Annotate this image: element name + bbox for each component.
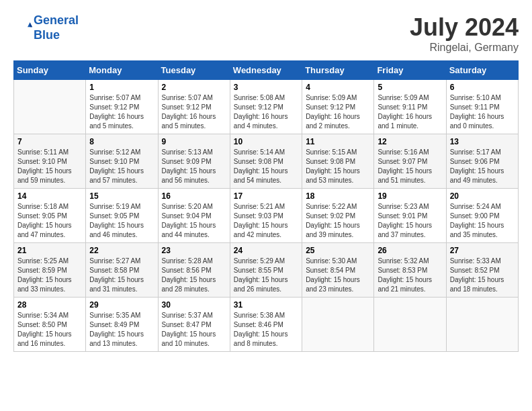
day-info: Sunrise: 5:34 AM Sunset: 8:50 PM Dayligh…: [17, 311, 82, 349]
day-number: 13: [450, 137, 515, 146]
calendar-cell: 7Sunrise: 5:11 AM Sunset: 9:10 PM Daylig…: [14, 134, 86, 189]
day-number: 27: [450, 246, 515, 255]
day-info: Sunrise: 5:32 AM Sunset: 8:53 PM Dayligh…: [378, 257, 442, 294]
calendar-cell: [14, 80, 86, 134]
day-info: Sunrise: 5:28 AM Sunset: 8:56 PM Dayligh…: [162, 257, 226, 294]
calendar-cell: 21Sunrise: 5:25 AM Sunset: 8:59 PM Dayli…: [14, 243, 86, 298]
calendar-cell: 10Sunrise: 5:14 AM Sunset: 9:08 PM Dayli…: [230, 134, 302, 189]
calendar-week-row: 21Sunrise: 5:25 AM Sunset: 8:59 PM Dayli…: [14, 243, 519, 298]
calendar-cell: 3Sunrise: 5:08 AM Sunset: 9:12 PM Daylig…: [230, 80, 302, 134]
day-number: 17: [234, 191, 298, 201]
day-info: Sunrise: 5:25 AM Sunset: 8:59 PM Dayligh…: [17, 257, 82, 294]
day-number: 30: [162, 300, 226, 310]
calendar-cell: 14Sunrise: 5:18 AM Sunset: 9:05 PM Dayli…: [14, 189, 86, 243]
page-header: General Blue July 2024 Ringelai, Germany: [13, 13, 519, 54]
calendar-cell: 28Sunrise: 5:34 AM Sunset: 8:50 PM Dayli…: [14, 298, 86, 352]
day-number: 1: [89, 83, 154, 92]
weekday-header: Thursday: [302, 61, 374, 80]
calendar-cell: [374, 298, 446, 352]
day-info: Sunrise: 5:27 AM Sunset: 8:58 PM Dayligh…: [89, 257, 154, 294]
calendar-cell: 20Sunrise: 5:24 AM Sunset: 9:00 PM Dayli…: [446, 189, 518, 243]
calendar-cell: 15Sunrise: 5:19 AM Sunset: 9:05 PM Dayli…: [86, 189, 158, 243]
day-info: Sunrise: 5:14 AM Sunset: 9:08 PM Dayligh…: [234, 148, 298, 185]
day-number: 29: [89, 300, 154, 310]
calendar-cell: 8Sunrise: 5:12 AM Sunset: 9:10 PM Daylig…: [86, 134, 158, 189]
calendar-cell: [446, 298, 518, 352]
day-info: Sunrise: 5:17 AM Sunset: 9:06 PM Dayligh…: [450, 148, 515, 185]
location-title: Ringelai, Germany: [410, 42, 519, 54]
day-number: 8: [89, 137, 154, 146]
calendar-cell: 4Sunrise: 5:09 AM Sunset: 9:12 PM Daylig…: [302, 80, 374, 134]
calendar-week-row: 7Sunrise: 5:11 AM Sunset: 9:10 PM Daylig…: [14, 134, 519, 189]
calendar-cell: 26Sunrise: 5:32 AM Sunset: 8:53 PM Dayli…: [374, 243, 446, 298]
calendar-week-row: 1Sunrise: 5:07 AM Sunset: 9:12 PM Daylig…: [14, 80, 519, 134]
title-block: July 2024 Ringelai, Germany: [410, 13, 519, 54]
day-number: 26: [378, 246, 442, 255]
calendar-cell: 29Sunrise: 5:35 AM Sunset: 8:49 PM Dayli…: [86, 298, 158, 352]
day-number: 10: [234, 137, 298, 146]
day-number: 5: [378, 83, 442, 92]
calendar-cell: 24Sunrise: 5:29 AM Sunset: 8:55 PM Dayli…: [230, 243, 302, 298]
day-number: 14: [17, 191, 82, 201]
day-info: Sunrise: 5:10 AM Sunset: 9:11 PM Dayligh…: [450, 93, 515, 131]
day-info: Sunrise: 5:20 AM Sunset: 9:04 PM Dayligh…: [162, 202, 226, 240]
weekday-header: Wednesday: [230, 61, 302, 80]
weekday-header: Sunday: [14, 61, 86, 80]
day-number: 23: [162, 246, 226, 255]
day-number: 20: [450, 191, 515, 201]
calendar-cell: 17Sunrise: 5:21 AM Sunset: 9:03 PM Dayli…: [230, 189, 302, 243]
day-number: 2: [162, 83, 226, 92]
day-number: 9: [162, 137, 226, 146]
day-info: Sunrise: 5:22 AM Sunset: 9:02 PM Dayligh…: [306, 202, 370, 240]
day-info: Sunrise: 5:07 AM Sunset: 9:12 PM Dayligh…: [89, 93, 154, 131]
calendar-header-row: SundayMondayTuesdayWednesdayThursdayFrid…: [14, 61, 519, 80]
calendar-cell: 25Sunrise: 5:30 AM Sunset: 8:54 PM Dayli…: [302, 243, 374, 298]
day-info: Sunrise: 5:38 AM Sunset: 8:46 PM Dayligh…: [234, 311, 298, 349]
day-number: 4: [306, 83, 370, 92]
logo-line1: General: [34, 13, 79, 27]
day-number: 12: [378, 137, 442, 146]
calendar-cell: 11Sunrise: 5:15 AM Sunset: 9:08 PM Dayli…: [302, 134, 374, 189]
day-info: Sunrise: 5:16 AM Sunset: 9:07 PM Dayligh…: [378, 148, 442, 185]
day-info: Sunrise: 5:35 AM Sunset: 8:49 PM Dayligh…: [89, 311, 154, 349]
day-info: Sunrise: 5:08 AM Sunset: 9:12 PM Dayligh…: [234, 93, 298, 131]
weekday-header: Tuesday: [158, 61, 230, 80]
day-number: 18: [306, 191, 370, 201]
logo-text: General Blue: [34, 13, 79, 42]
calendar-table: SundayMondayTuesdayWednesdayThursdayFrid…: [13, 60, 519, 352]
calendar-cell: 31Sunrise: 5:38 AM Sunset: 8:46 PM Dayli…: [230, 298, 302, 352]
day-info: Sunrise: 5:09 AM Sunset: 9:12 PM Dayligh…: [306, 93, 370, 131]
day-number: 25: [306, 246, 370, 255]
day-info: Sunrise: 5:12 AM Sunset: 9:10 PM Dayligh…: [89, 148, 154, 185]
logo-line2: Blue: [34, 28, 79, 43]
day-number: 15: [89, 191, 154, 201]
calendar-cell: 5Sunrise: 5:09 AM Sunset: 9:11 PM Daylig…: [374, 80, 446, 134]
day-info: Sunrise: 5:29 AM Sunset: 8:55 PM Dayligh…: [234, 257, 298, 294]
day-number: 16: [162, 191, 226, 201]
logo-icon: [13, 19, 32, 38]
day-number: 24: [234, 246, 298, 255]
day-number: 28: [17, 300, 82, 310]
day-number: 31: [234, 300, 298, 310]
svg-marker-1: [30, 22, 33, 27]
calendar-cell: 2Sunrise: 5:07 AM Sunset: 9:12 PM Daylig…: [158, 80, 230, 134]
weekday-header: Saturday: [446, 61, 518, 80]
day-info: Sunrise: 5:21 AM Sunset: 9:03 PM Dayligh…: [234, 202, 298, 240]
day-info: Sunrise: 5:09 AM Sunset: 9:11 PM Dayligh…: [378, 93, 442, 131]
calendar-cell: 23Sunrise: 5:28 AM Sunset: 8:56 PM Dayli…: [158, 243, 230, 298]
day-info: Sunrise: 5:24 AM Sunset: 9:00 PM Dayligh…: [450, 202, 515, 240]
month-title: July 2024: [410, 13, 519, 42]
calendar-week-row: 14Sunrise: 5:18 AM Sunset: 9:05 PM Dayli…: [14, 189, 519, 243]
day-number: 21: [17, 246, 82, 255]
calendar-cell: 12Sunrise: 5:16 AM Sunset: 9:07 PM Dayli…: [374, 134, 446, 189]
calendar-cell: 22Sunrise: 5:27 AM Sunset: 8:58 PM Dayli…: [86, 243, 158, 298]
calendar-cell: 18Sunrise: 5:22 AM Sunset: 9:02 PM Dayli…: [302, 189, 374, 243]
calendar-cell: 1Sunrise: 5:07 AM Sunset: 9:12 PM Daylig…: [86, 80, 158, 134]
day-number: 19: [378, 191, 442, 201]
weekday-header: Monday: [86, 61, 158, 80]
day-number: 3: [234, 83, 298, 92]
calendar-cell: 19Sunrise: 5:23 AM Sunset: 9:01 PM Dayli…: [374, 189, 446, 243]
day-info: Sunrise: 5:11 AM Sunset: 9:10 PM Dayligh…: [17, 148, 82, 185]
day-info: Sunrise: 5:15 AM Sunset: 9:08 PM Dayligh…: [306, 148, 370, 185]
day-number: 11: [306, 137, 370, 146]
